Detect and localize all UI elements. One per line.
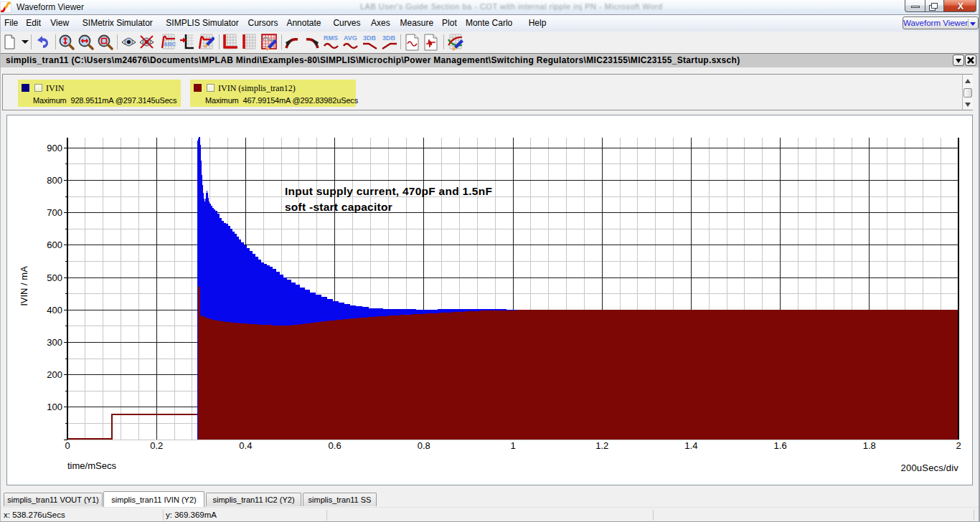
svg-text:1.6: 1.6: [774, 440, 787, 451]
svg-text:300: 300: [47, 337, 62, 348]
svg-text:time/mSecs: time/mSecs: [67, 460, 116, 471]
svg-text:1.4: 1.4: [684, 440, 697, 451]
svg-text:700: 700: [47, 207, 62, 218]
svg-text:0.8: 0.8: [418, 440, 430, 451]
svg-text:2: 2: [956, 440, 961, 451]
svg-text:600: 600: [47, 239, 62, 250]
svg-text:500: 500: [47, 272, 62, 283]
svg-text:1: 1: [510, 440, 515, 451]
svg-text:200: 200: [47, 369, 62, 380]
svg-text:900: 900: [47, 143, 62, 153]
svg-text:1.8: 1.8: [863, 440, 876, 451]
svg-text:100: 100: [47, 402, 62, 412]
svg-text:0: 0: [65, 440, 70, 451]
svg-text:0.2: 0.2: [150, 440, 163, 451]
svg-text:800: 800: [47, 175, 62, 186]
svg-text:200uSecs/div: 200uSecs/div: [901, 462, 959, 473]
svg-text:IVIN / mA: IVIN / mA: [19, 266, 29, 306]
svg-text:1.2: 1.2: [595, 440, 608, 451]
svg-text:0.6: 0.6: [329, 440, 341, 451]
svg-text:400: 400: [47, 305, 62, 315]
svg-text:0.4: 0.4: [239, 440, 252, 451]
